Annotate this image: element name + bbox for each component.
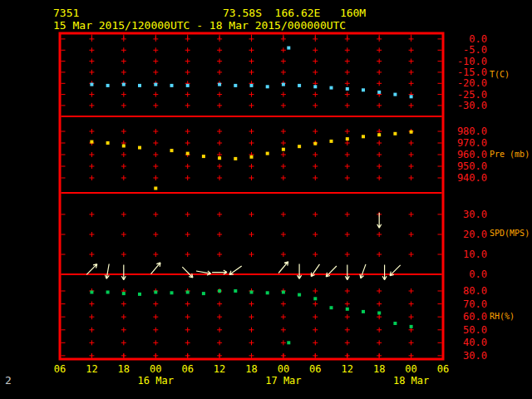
- y-tick-label: 50.0: [463, 324, 487, 336]
- y-tick-label: 70.0: [463, 298, 487, 310]
- grid-relative_humidity: [62, 288, 442, 358]
- meteogram-plot: 0.0-5.0-10.0-15.0-20.0-25.0-30.0T(C)980.…: [0, 0, 532, 399]
- temperature-point: [250, 84, 254, 87]
- pressure-point: [282, 148, 285, 151]
- temperature-point: [330, 86, 333, 90]
- temperature-point: [234, 84, 237, 87]
- y-axis-temperature: 0.0-5.0-10.0-15.0-20.0-25.0-30.0: [457, 33, 487, 111]
- y-tick-label: 10.0: [463, 249, 487, 260]
- y-tick-label: 980.0: [457, 126, 487, 137]
- temperature-point: [186, 84, 190, 87]
- station-location: 73.58S 166.62E 160M: [223, 7, 366, 19]
- y-tick-label: 950.0: [457, 160, 487, 172]
- relative_humidity-point: [330, 306, 333, 309]
- temperature-point: [170, 84, 174, 87]
- relative_humidity-point: [202, 292, 205, 295]
- temperature-point: [362, 88, 365, 91]
- pressure-point: [186, 152, 190, 155]
- temperature-point: [346, 87, 349, 91]
- relative_humidity-point: [234, 289, 237, 293]
- pressure-point: [330, 140, 333, 143]
- relative_humidity-point: [186, 291, 190, 294]
- panel-label-temperature: T(C): [490, 70, 510, 79]
- panel-label-pressure: Pre (mb): [490, 150, 530, 159]
- relative_humidity-point: [298, 293, 301, 297]
- relative_humidity-point: [377, 312, 381, 315]
- pressure-point: [234, 157, 237, 160]
- temperature-point: [393, 93, 397, 96]
- relative_humidity-point: [362, 310, 365, 313]
- pressure-point: [202, 155, 205, 158]
- relative_humidity-point: [170, 291, 174, 294]
- y-axis-relative_humidity: 80.070.060.050.040.030.0: [463, 285, 487, 362]
- grid-pressure: [62, 129, 442, 180]
- relative_humidity-point: [410, 325, 413, 328]
- y-tick-label: 30.0: [463, 209, 487, 220]
- relative_humidity-point: [138, 293, 141, 296]
- x-tick-label: 06: [437, 363, 449, 375]
- pressure-point: [106, 141, 110, 145]
- pressure-point: [170, 149, 174, 152]
- x-tick-label: 18: [373, 363, 385, 375]
- temperature-point: [154, 83, 157, 86]
- time-axis: 0612180006121800061218000616 Mar17 Mar18…: [54, 363, 449, 387]
- temperature-point: [138, 84, 141, 87]
- y-tick-label: -5.0: [463, 44, 487, 56]
- y-tick-label: 960.0: [457, 149, 487, 160]
- pressure-point: [122, 145, 126, 148]
- y-tick-label: -15.0: [457, 66, 487, 78]
- x-tick-label: 00: [405, 363, 416, 375]
- relative_humidity-point: [122, 292, 126, 295]
- x-tick-label: 12: [214, 363, 225, 375]
- panel-label-relative_humidity: RH(%): [490, 312, 515, 321]
- temperature-point: [122, 83, 126, 86]
- temperature-point: [218, 83, 221, 86]
- pressure-point: [154, 187, 157, 190]
- y-tick-label: 940.0: [457, 172, 487, 184]
- y-tick-label: -25.0: [457, 89, 487, 101]
- y-tick-label: 30.0: [463, 350, 487, 362]
- pressure-point: [218, 156, 221, 160]
- pressure-point: [362, 135, 365, 138]
- relative_humidity-point: [90, 291, 93, 294]
- temperature-point: [282, 83, 285, 86]
- pressure-point: [346, 137, 349, 140]
- pressure-point: [298, 145, 301, 148]
- temperature-point: [410, 95, 413, 98]
- temperature-point: [266, 85, 269, 88]
- pressure-point: [377, 133, 381, 136]
- relative_humidity-point: [218, 289, 221, 293]
- x-tick-label: 00: [278, 363, 289, 375]
- wind-arrows: [86, 213, 401, 280]
- y-tick-label: 60.0: [463, 311, 487, 323]
- x-tick-label: 18: [118, 363, 130, 375]
- page-number: 2: [5, 374, 12, 387]
- temperature-point: [90, 83, 93, 86]
- pressure-point: [393, 132, 397, 135]
- relative_humidity-point: [250, 291, 254, 294]
- time-range-title: 15 Mar 2015/120000UTC - 18 Mar 2015/0000…: [53, 19, 346, 32]
- x-tick-label: 00: [150, 363, 161, 375]
- temperature-point: [377, 91, 381, 94]
- y-tick-label: -30.0: [457, 100, 487, 111]
- y-tick-label: -20.0: [457, 77, 487, 89]
- pressure-point: [266, 152, 269, 155]
- panel-label-wind_speed: SPD(MPS): [490, 229, 530, 238]
- y-tick-label: 0.0: [469, 268, 487, 280]
- relative_humidity-point: [154, 291, 157, 294]
- y-tick-label: 970.0: [457, 137, 487, 149]
- temperature-point: [106, 84, 110, 87]
- y-axis-wind_speed: 30.020.010.00.0: [463, 209, 487, 280]
- x-tick-label: 12: [86, 363, 97, 375]
- x-tick-label: 06: [181, 363, 193, 375]
- relative_humidity-point: [287, 341, 290, 344]
- y-tick-label: -10.0: [457, 56, 487, 67]
- y-tick-label: 0.0: [469, 33, 487, 45]
- x-tick-label: 06: [309, 363, 321, 375]
- pressure-points: [90, 131, 412, 190]
- x-tick-label: 12: [342, 363, 353, 375]
- pressure-point: [250, 155, 254, 159]
- grid-temperature: [62, 37, 442, 108]
- y-tick-label: 40.0: [463, 337, 487, 348]
- x-tick-label: 06: [54, 363, 66, 375]
